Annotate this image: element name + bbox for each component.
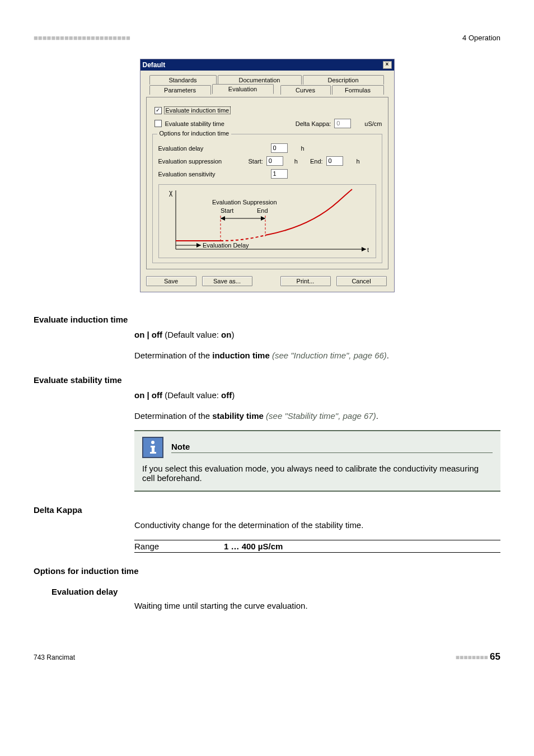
range-value: 1 … 400 µS/cm	[224, 542, 283, 551]
supp-start-input[interactable]: 0	[266, 156, 283, 166]
supp-start-unit: h	[294, 158, 298, 165]
supp-end-unit: h	[357, 158, 360, 165]
induction-onoff-line: on | off (Default value: on)	[134, 329, 500, 342]
note-title: Note	[171, 442, 493, 453]
options-legend: Options for induction time	[157, 130, 232, 137]
tab-standards[interactable]: Standards	[149, 75, 217, 85]
checkbox-induction[interactable]	[154, 107, 162, 114]
tab-strip: Standards Documentation Description Para…	[146, 75, 388, 97]
heading-eval-delay: Evaluation delay	[51, 587, 500, 596]
tab-curves[interactable]: Curves	[280, 85, 331, 95]
checkbox-induction-label: Evaluate induction time	[164, 106, 231, 114]
delta-kappa-unit: uS/cm	[364, 120, 382, 127]
eval-delay-label: Evaluation delay	[158, 145, 245, 152]
dialog-title: Default	[143, 61, 166, 69]
eval-sens-input[interactable]: 1	[271, 169, 288, 179]
header-section: 4 Operation	[462, 34, 500, 42]
dialog-default: Default × Standards Documentation Descri…	[140, 59, 395, 292]
footer-dots: ■■■■■■■■	[456, 654, 488, 661]
eval-delay-unit: h	[301, 145, 305, 152]
heading-evaluate-induction: Evaluate induction time	[34, 315, 500, 324]
titlebar: Default ×	[140, 59, 394, 71]
svg-point-10	[151, 441, 154, 444]
svg-rect-12	[152, 446, 154, 452]
checkbox-stability[interactable]	[154, 120, 162, 127]
chart-x-axis: t	[367, 246, 369, 253]
chart-supp-start: Start	[221, 207, 233, 214]
chart-y-axis: χ	[169, 189, 173, 197]
eval-supp-label: Evaluation suppression	[158, 158, 245, 165]
save-as-button[interactable]: Save as...	[202, 276, 252, 286]
heading-delta-kappa: Delta Kappa	[34, 505, 500, 515]
tab-formulas[interactable]: Formulas	[332, 85, 384, 95]
supp-start-label: Start:	[249, 158, 263, 165]
range-row: Range 1 … 400 µS/cm	[134, 540, 500, 553]
eval-sens-label: Evaluation sensitivity	[158, 171, 245, 178]
footer-page: 65	[490, 651, 500, 662]
options-fieldset: Options for induction time Evaluation de…	[152, 134, 382, 263]
stability-onoff-line: on | off (Default value: off)	[134, 389, 500, 402]
delta-kappa-input[interactable]: 0	[334, 119, 351, 128]
tab-documentation[interactable]: Documentation	[218, 75, 302, 85]
svg-marker-7	[261, 216, 265, 221]
eval-delay-input[interactable]: 0	[271, 143, 288, 153]
delta-kappa-label: Delta Kappa:	[296, 120, 331, 127]
chart-supp-end: End	[257, 207, 268, 214]
note-box: Note If you select this evaluation mode,…	[134, 430, 500, 492]
save-button[interactable]: Save	[146, 276, 196, 286]
heading-evaluate-stability: Evaluate stability time	[34, 375, 500, 385]
tab-evaluation[interactable]: Evaluation	[212, 84, 274, 94]
svg-marker-2	[362, 247, 366, 251]
print-button[interactable]: Print...	[280, 276, 331, 286]
tab-description[interactable]: Description	[303, 75, 384, 85]
range-label: Range	[134, 542, 224, 551]
eval-delay-desc: Waiting time until starting the curve ev…	[134, 600, 500, 613]
header-ticks: ■■■■■■■■■■■■■■■■■■■■■■	[34, 34, 130, 42]
note-body: If you select this evaluation mode, you …	[142, 464, 493, 483]
induction-desc: Determination of the induction time (see…	[134, 349, 500, 362]
chart-supp-label: Evaluation Suppression	[212, 199, 277, 206]
supp-end-label: End:	[310, 158, 323, 165]
footer-left: 743 Rancimat	[34, 654, 75, 661]
close-icon[interactable]: ×	[383, 61, 392, 69]
delta-kappa-desc: Conductivity change for the determinatio…	[134, 519, 500, 532]
svg-rect-13	[150, 452, 156, 454]
svg-marker-6	[221, 216, 225, 221]
cancel-button[interactable]: Cancel	[336, 276, 387, 286]
heading-options-induction: Options for induction time	[34, 566, 500, 576]
supp-end-input[interactable]: 0	[326, 156, 343, 166]
tab-parameters[interactable]: Parameters	[149, 85, 211, 95]
evaluation-chart: χ t Evaluation Delay Evaluation Suppress…	[158, 184, 376, 258]
chart-delay-label: Evaluation Delay	[203, 242, 249, 249]
info-icon	[142, 437, 163, 458]
stability-desc: Determination of the stability time (see…	[134, 410, 500, 423]
svg-marker-4	[196, 243, 201, 248]
checkbox-stability-label: Evaluate stability time	[165, 120, 224, 127]
